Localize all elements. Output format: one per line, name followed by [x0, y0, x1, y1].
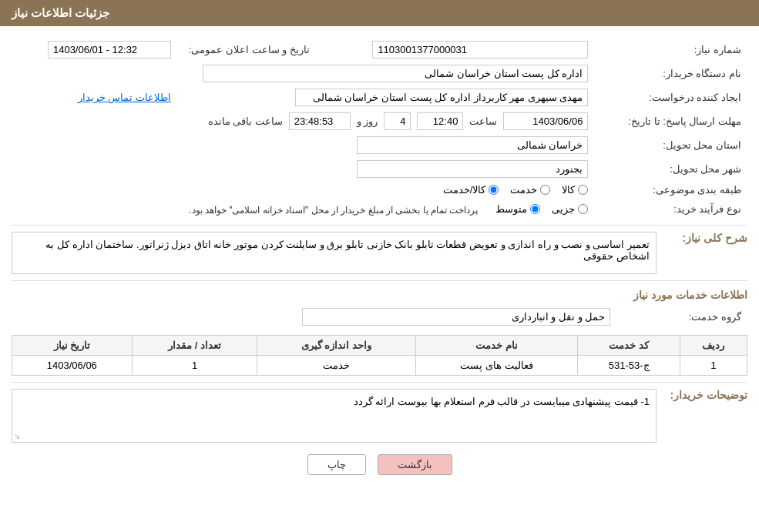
service-group-label: گروه خدمت: [616, 305, 747, 329]
deadline-date-value: 1403/06/06 [503, 112, 588, 130]
services-info-title: اطلاعات خدمات مورد نیاز [12, 289, 747, 301]
col-header-name: نام خدمت [415, 336, 578, 356]
need-number-row: شماره نیاز: 1103001377000031 تاریخ و ساع… [12, 38, 747, 62]
process-type-label: نوع فرآیند خرید: [594, 199, 747, 219]
category-goods-radio[interactable] [578, 185, 588, 195]
deadline-label: مهلت ارسال پاسخ: تا تاریخ: [594, 109, 747, 133]
need-description-title: شرح کلی نیاز: [683, 232, 747, 244]
process-type-row: نوع فرآیند خرید: جزیی متوسط [12, 199, 747, 219]
buyer-org-value-cell: اداره کل پست استان خراسان شمالی [12, 62, 594, 85]
col-header-unit: واحد اندازه گیری [257, 336, 415, 356]
process-medium-option[interactable]: متوسط [495, 203, 540, 215]
announce-datetime-label-cell: تاریخ و ساعت اعلان عمومی: [177, 38, 316, 62]
category-goods-service-radio[interactable] [489, 185, 499, 195]
need-number-label: شماره نیاز: [594, 38, 747, 62]
requester-row: ایجاد کننده درخواست: مهدی سیهری مهر کارب… [12, 85, 747, 109]
deadline-value-cell: 1403/06/06 ساعت 12:40 4 روز و 23:48:53 س… [12, 109, 594, 133]
buyer-notes-text: 1- قیمت پیشنهادی میبایست در قالب فرم است… [354, 396, 650, 407]
delivery-province-value: خراسان شمالی [357, 136, 588, 154]
col-header-quantity: تعداد / مقدار [132, 336, 257, 356]
page-wrapper: جزئیات اطلاعات نیاز شماره نیاز: 11030013… [0, 0, 759, 532]
remaining-label: ساعت باقی مانده [208, 115, 283, 127]
process-type-flex: جزیی متوسط پرداخت تمام یا بخشی از مبلغ خ… [18, 202, 588, 216]
delivery-city-row: شهر محل تحویل: بجنورد [12, 157, 747, 181]
divider-1 [12, 225, 747, 226]
delivery-city-value: بجنورد [357, 160, 588, 178]
deadline-row-flex: 1403/06/06 ساعت 12:40 4 روز و 23:48:53 س… [18, 112, 588, 130]
deadline-remaining-value: 23:48:53 [289, 112, 351, 130]
delivery-province-value-cell: خراسان شمالی [12, 133, 594, 157]
need-number-value: 1103001377000031 [372, 41, 588, 59]
row-unit: خدمت [257, 356, 415, 376]
need-description-value: تعمیر اساسی و نصب و راه اندازی و تعویض ق… [12, 232, 657, 274]
need-number-value-cell: 1103001377000031 [316, 38, 594, 62]
requester-value-cell: مهدی سیهری مهر کاربرداز اداره کل پست است… [177, 85, 594, 109]
contact-info-cell: اطلاعات تماس خریدار [12, 85, 177, 109]
need-description-section: شرح کلی نیاز: تعمیر اساسی و نصب و راه ان… [12, 232, 747, 274]
time-label: ساعت [469, 115, 497, 127]
content-area: شماره نیاز: 1103001377000031 تاریخ و ساع… [0, 26, 759, 498]
service-group-table: گروه خدمت: حمل و نقل و انبارداری [12, 305, 747, 329]
buyer-notes-label-wrapper: توضیحات خریدار: [663, 389, 747, 401]
announce-datetime-label: تاریخ و ساعت اعلان عمومی: [189, 44, 310, 55]
service-group-row: گروه خدمت: حمل و نقل و انبارداری [12, 305, 747, 329]
category-service-label: خدمت [510, 184, 537, 196]
need-description-label-wrapper: شرح کلی نیاز: [663, 232, 747, 244]
category-goods-option[interactable]: کالا [562, 184, 588, 196]
delivery-city-value-cell: بجنورد [12, 157, 594, 181]
category-goods-service-option[interactable]: کالا/خدمت [443, 184, 499, 196]
announce-datetime-value: 1403/06/01 - 12:32 [48, 41, 171, 59]
category-value-cell: کالا خدمت کالا/خدمت [12, 181, 594, 199]
buyer-notes-section: توضیحات خریدار: 1- قیمت پیشنهادی میبایست… [12, 389, 747, 443]
resize-handle: ↘ [14, 432, 20, 440]
buyer-org-row: نام دستگاه خریدار: اداره کل پست استان خر… [12, 62, 747, 85]
service-group-value: حمل و نقل و انبارداری [302, 308, 610, 326]
category-service-radio[interactable] [540, 185, 550, 195]
process-note: پرداخت تمام یا بخشی از مبلغ خریدار از مح… [189, 205, 478, 216]
print-button[interactable]: چاپ [307, 454, 366, 475]
buttons-row: بازگشت چاپ [12, 454, 747, 487]
page-title: جزئیات اطلاعات نیاز [12, 6, 109, 19]
requester-label: ایجاد کننده درخواست: [594, 85, 747, 109]
deadline-time-value: 12:40 [417, 112, 463, 130]
row-date: 1403/06/06 [12, 356, 133, 376]
contact-info-link[interactable]: اطلاعات تماس خریدار [78, 92, 171, 103]
process-medium-radio[interactable] [530, 204, 540, 214]
divider-2 [12, 280, 747, 281]
announce-datetime-value-cell: 1403/06/01 - 12:32 [12, 38, 177, 62]
row-number: 1 [680, 356, 747, 376]
buyer-org-label: نام دستگاه خریدار: [594, 62, 747, 85]
process-radio-group: جزیی متوسط [495, 203, 588, 215]
process-partial-label: جزیی [552, 203, 575, 215]
row-code: ج-53-531 [578, 356, 680, 376]
row-service-name: فعالیت های پست [415, 356, 578, 376]
process-medium-label: متوسط [495, 203, 527, 215]
table-row: 1 ج-53-531 فعالیت های پست خدمت 1 1403/06… [12, 356, 747, 376]
process-type-value-cell: جزیی متوسط پرداخت تمام یا بخشی از مبلغ خ… [12, 199, 594, 219]
delivery-province-label: استان محل تحویل: [594, 133, 747, 157]
service-group-value-cell: حمل و نقل و انبارداری [12, 305, 616, 329]
col-header-row: ردیف [680, 336, 747, 356]
delivery-province-row: استان محل تحویل: خراسان شمالی [12, 133, 747, 157]
divider-3 [12, 382, 747, 383]
category-radio-group: کالا خدمت کالا/خدمت [18, 184, 588, 196]
col-header-code: کد خدمت [578, 336, 680, 356]
services-table-header-row: ردیف کد خدمت نام خدمت واحد اندازه گیری ت… [12, 336, 747, 356]
buyer-notes-value: 1- قیمت پیشنهادی میبایست در قالب فرم است… [12, 389, 657, 443]
days-label: روز و [357, 115, 378, 127]
delivery-city-label: شهر محل تحویل: [594, 157, 747, 181]
deadline-row: مهلت ارسال پاسخ: تا تاریخ: 1403/06/06 سا… [12, 109, 747, 133]
process-partial-radio[interactable] [578, 204, 588, 214]
category-row: طبقه بندی موضوعی: کالا خدمت [12, 181, 747, 199]
buyer-org-value: اداره کل پست استان خراسان شمالی [203, 65, 588, 82]
category-service-option[interactable]: خدمت [510, 184, 550, 196]
col-header-date: تاریخ نیاز [12, 336, 133, 356]
page-header: جزئیات اطلاعات نیاز [0, 0, 759, 26]
category-label: طبقه بندی موضوعی: [594, 181, 747, 199]
category-goods-service-label: کالا/خدمت [443, 184, 486, 196]
category-goods-label: کالا [562, 184, 575, 196]
services-table: ردیف کد خدمت نام خدمت واحد اندازه گیری ت… [12, 335, 747, 376]
back-button[interactable]: بازگشت [378, 454, 452, 475]
row-quantity: 1 [132, 356, 257, 376]
process-partial-option[interactable]: جزیی [552, 203, 588, 215]
